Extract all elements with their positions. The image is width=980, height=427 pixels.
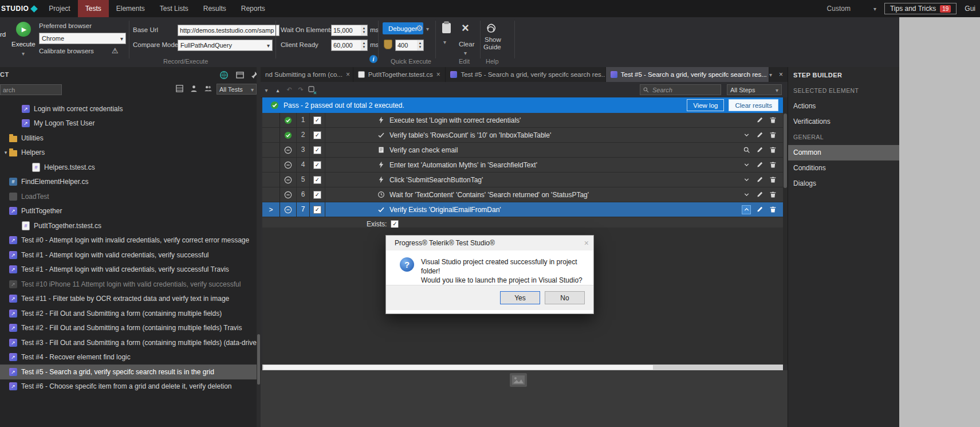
info-icon[interactable]: i bbox=[369, 55, 377, 63]
menu-results[interactable]: Results bbox=[196, 0, 234, 17]
section-conditions[interactable]: Conditions bbox=[788, 160, 900, 176]
close-icon[interactable] bbox=[346, 70, 350, 79]
delete-step-icon[interactable] bbox=[768, 146, 777, 155]
steps-horizontal-scrollbar[interactable] bbox=[262, 365, 783, 370]
document-tab-active[interactable]: Test #5 - Search a grid, verify specifc … bbox=[606, 67, 769, 82]
tree-item[interactable]: Test #4 - Recover element find logic bbox=[0, 350, 257, 365]
tree-item[interactable]: Test #0 - Attempt login with invalid cre… bbox=[0, 233, 257, 248]
clipboard-icon[interactable] bbox=[442, 23, 451, 33]
tree-item[interactable]: ▾Helpers bbox=[0, 146, 257, 160]
calibrate-browsers-button[interactable]: Calibrate browsers bbox=[39, 48, 94, 54]
tree-item[interactable]: FindElementHelper.cs bbox=[0, 175, 257, 190]
scrollbar-thumb[interactable] bbox=[263, 365, 653, 370]
tree-item[interactable]: Test #6 - Choose specifc item from a gri… bbox=[0, 379, 257, 394]
clear-results-button[interactable]: Clear results bbox=[729, 99, 778, 111]
tab-overflow-icon[interactable] bbox=[769, 70, 772, 79]
execute-button[interactable]: Execute bbox=[11, 41, 36, 48]
sidebar-search-input[interactable] bbox=[0, 84, 62, 95]
base-url-input[interactable] bbox=[178, 25, 280, 36]
wait-on-elements-spinner[interactable]: ▲▼ bbox=[361, 25, 368, 36]
dialog-title-bar[interactable]: Progress® Telerik® Test Studio® bbox=[386, 236, 593, 250]
edit-step-icon[interactable] bbox=[755, 146, 764, 155]
step-row[interactable]: 6 Wait for 'TextContent' 'Contains' 'Sea… bbox=[262, 187, 783, 202]
step-checkbox[interactable] bbox=[310, 128, 325, 142]
tree-item[interactable]: My Logon Test User bbox=[0, 116, 257, 131]
compare-mode-select[interactable]: FullPathAndQuery bbox=[178, 40, 273, 51]
menu-project[interactable]: Project bbox=[41, 0, 77, 17]
step-checkbox[interactable] bbox=[310, 173, 325, 187]
section-common-selected[interactable]: Common bbox=[788, 145, 900, 160]
edit-step-icon[interactable] bbox=[755, 160, 764, 170]
edit-step-icon[interactable] bbox=[755, 205, 764, 214]
edit-step-icon[interactable] bbox=[755, 116, 764, 125]
execute-dropdown-icon[interactable] bbox=[22, 49, 25, 57]
expand-step-icon[interactable] bbox=[742, 160, 751, 170]
execute-play-icon[interactable] bbox=[16, 22, 31, 37]
step-row-selected[interactable]: 7 Verify Exists 'OriginalEmailFromDan' bbox=[262, 202, 783, 217]
edit-step-icon[interactable] bbox=[755, 131, 764, 140]
step-checkbox[interactable] bbox=[310, 202, 325, 217]
chevron-down-icon[interactable] bbox=[464, 49, 467, 57]
tree-item[interactable]: Utilities bbox=[0, 131, 257, 146]
menu-reports[interactable]: Reports bbox=[234, 0, 273, 17]
section-actions[interactable]: Actions bbox=[788, 99, 900, 114]
steps-filter-select[interactable]: All Steps bbox=[727, 84, 782, 95]
tree-item[interactable]: Helpers.tstest.cs bbox=[0, 160, 257, 175]
step-checkbox[interactable] bbox=[310, 143, 325, 157]
yes-button[interactable]: Yes bbox=[500, 291, 540, 304]
view-log-button[interactable]: View log bbox=[687, 99, 724, 111]
window-icon[interactable] bbox=[235, 70, 245, 80]
expand-step-icon[interactable] bbox=[742, 175, 751, 185]
step-row[interactable]: 1 Execute test 'Login with correct crede… bbox=[262, 113, 783, 128]
scrollbar-thumb[interactable] bbox=[784, 113, 787, 188]
tree-item[interactable]: PutItTogether.tstest.cs bbox=[0, 218, 257, 233]
menu-test-lists[interactable]: Test Lists bbox=[152, 0, 196, 17]
edit-step-icon[interactable] bbox=[755, 190, 764, 199]
tips-and-tricks-button[interactable]: Tips and Tricks 19 bbox=[884, 3, 957, 14]
undo-icon[interactable]: ↶ bbox=[284, 86, 295, 93]
clear-button[interactable]: Clear bbox=[459, 41, 474, 48]
users-icon[interactable] bbox=[204, 84, 212, 93]
scrollbar-thumb[interactable] bbox=[257, 334, 260, 385]
tests-filter-select[interactable]: All Tests bbox=[217, 84, 257, 95]
delete-step-icon[interactable] bbox=[768, 175, 777, 185]
user-icon[interactable] bbox=[190, 84, 198, 93]
no-button[interactable]: No bbox=[545, 291, 585, 304]
edit-step-icon[interactable] bbox=[755, 175, 764, 185]
tree-item[interactable]: Test #1 - Attempt login with valid crede… bbox=[0, 263, 257, 277]
tree-item[interactable]: Test #3 - Fill Out and Submitting a form… bbox=[0, 335, 257, 350]
delete-step-icon[interactable] bbox=[768, 116, 777, 125]
step-row[interactable]: 5 Click 'SubmitSearchButtonTag' bbox=[262, 173, 783, 187]
threshold-spinner[interactable]: ▲▼ bbox=[417, 40, 424, 51]
delete-step-icon[interactable] bbox=[768, 160, 777, 170]
redo-icon[interactable]: ↷ bbox=[295, 86, 306, 93]
clear-icon[interactable] bbox=[462, 23, 469, 34]
tree-item[interactable]: Test #2 - Fill Out and Submitting a form… bbox=[0, 306, 257, 321]
close-icon[interactable] bbox=[584, 238, 589, 248]
show-guide-icon[interactable] bbox=[485, 22, 498, 34]
menu-tests[interactable]: Tests bbox=[78, 0, 109, 17]
custom-dropdown[interactable]: Custom bbox=[827, 5, 876, 13]
expanded-caret-icon[interactable]: ▾ bbox=[2, 150, 9, 155]
document-tab[interactable]: nd Submitting a form (co... bbox=[261, 67, 353, 82]
expand-all-icon[interactable] bbox=[261, 87, 272, 93]
threshold-input[interactable] bbox=[395, 40, 418, 51]
menu-elements[interactable]: Elements bbox=[109, 0, 152, 17]
delete-step-icon[interactable] bbox=[768, 205, 777, 214]
tree-item[interactable]: Test #1 - Attempt login with valid crede… bbox=[0, 248, 257, 263]
inspect-step-icon[interactable] bbox=[742, 146, 751, 155]
section-dialogs[interactable]: Dialogs bbox=[788, 176, 900, 191]
browser-select[interactable]: Chrome bbox=[39, 33, 126, 44]
delete-step-icon[interactable] bbox=[768, 131, 777, 140]
chevron-down-icon[interactable] bbox=[426, 25, 429, 33]
exists-checkbox[interactable] bbox=[391, 220, 399, 228]
tree-item[interactable]: Test #2 - Fill Out and Submitting a form… bbox=[0, 321, 257, 336]
step-checkbox[interactable] bbox=[310, 187, 325, 202]
collapse-all-icon[interactable] bbox=[272, 87, 284, 93]
step-row[interactable]: 2 Verify table's 'RowsCount' is '10' on … bbox=[262, 128, 783, 143]
guide-menu-partial[interactable]: Gui bbox=[965, 5, 975, 13]
show-guide-button-line2[interactable]: Guide bbox=[483, 44, 501, 50]
tree-item[interactable]: PutItTogether bbox=[0, 204, 257, 219]
expand-step-icon[interactable] bbox=[742, 190, 751, 199]
document-tab[interactable]: PutItTogether.tstest.cs bbox=[353, 67, 446, 82]
